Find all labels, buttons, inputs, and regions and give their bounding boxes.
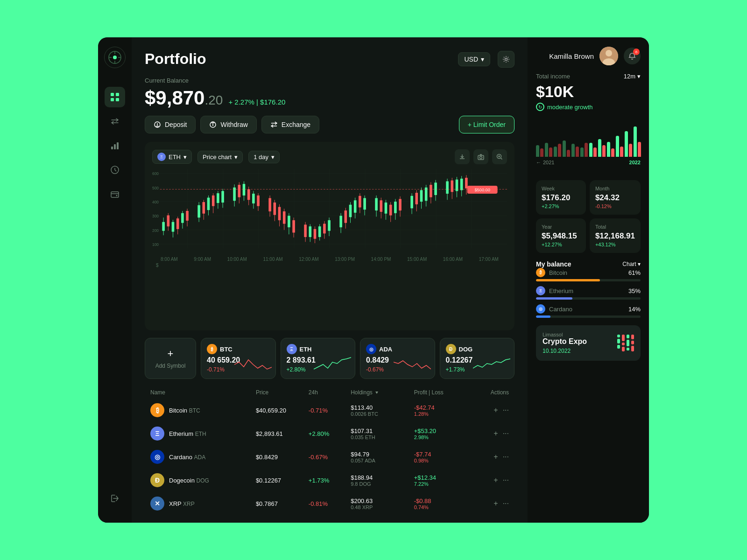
- withdraw-button[interactable]: Withdraw: [200, 116, 256, 133]
- sidebar-item-exchange[interactable]: [105, 111, 125, 132]
- add-eth-button[interactable]: +: [493, 429, 498, 438]
- symbol-card-ada[interactable]: ◎ ADA 0.8429 -0.67%: [360, 338, 435, 379]
- balance-item-eth: Ξ Etherium 35%: [536, 286, 641, 300]
- add-xrp-button[interactable]: +: [493, 499, 498, 508]
- more-dog-button[interactable]: ···: [503, 476, 509, 484]
- svg-rect-64: [217, 193, 219, 203]
- svg-rect-126: [399, 199, 402, 210]
- bar: [558, 144, 561, 157]
- zoom-button[interactable]: [492, 149, 507, 164]
- bar-group-7: [589, 143, 597, 157]
- dog-sparkline: [473, 355, 510, 374]
- bar: [598, 139, 601, 157]
- chart-type-selector[interactable]: Price chart ▾: [197, 151, 243, 163]
- period-selector[interactable]: 12m ▾: [624, 73, 641, 80]
- svg-rect-112: [359, 196, 361, 208]
- app-logo[interactable]: [104, 47, 126, 68]
- camera-button[interactable]: [473, 149, 488, 164]
- svg-rect-10: [111, 147, 113, 149]
- bar-group-9: [607, 142, 614, 157]
- add-ada-button[interactable]: +: [493, 453, 498, 461]
- bar-group-11: [625, 131, 632, 157]
- year-nav: ← 2021: [536, 160, 554, 165]
- income-label: Total income: [536, 73, 570, 80]
- chart-view-button[interactable]: Chart ▾: [622, 261, 641, 267]
- stat-card-week: Week $176.20 +2.27%: [536, 180, 586, 215]
- svg-marker-152: [375, 392, 378, 394]
- svg-rect-72: [243, 184, 246, 196]
- eth-sparkline: [314, 355, 351, 374]
- exchange-button[interactable]: Exchange: [261, 116, 319, 133]
- bar: [629, 144, 632, 157]
- svg-rect-74: [247, 189, 250, 200]
- bar: [563, 140, 566, 157]
- income-amount: $10K: [536, 83, 641, 101]
- balance-cents: .20: [204, 93, 223, 107]
- more-ada-button[interactable]: ···: [503, 453, 509, 461]
- svg-rect-90: [292, 220, 295, 233]
- more-btc-button[interactable]: ···: [503, 406, 509, 414]
- sidebar-item-logout[interactable]: [105, 488, 125, 509]
- add-symbol-button[interactable]: + Add Symbol: [145, 338, 196, 379]
- symbol-card-dog[interactable]: Ð DOG 0.12267 +1.73%: [440, 338, 515, 379]
- svg-rect-7: [116, 93, 119, 96]
- svg-rect-124: [394, 202, 397, 213]
- bar-group-12: [634, 126, 641, 157]
- svg-rect-122: [389, 205, 392, 216]
- svg-rect-138: [434, 182, 437, 195]
- ada-table-icon: ◎: [150, 450, 164, 464]
- svg-rect-92: [304, 224, 307, 237]
- bar: [585, 143, 588, 157]
- svg-rect-88: [288, 216, 290, 227]
- x-axis-labels: 8:00 AM 9:00 AM 10:00 AM 11:00 AM 12:00 …: [152, 255, 507, 262]
- eth-table-icon: Ξ: [150, 427, 164, 441]
- chart-period-selector[interactable]: 1 day ▾: [248, 151, 280, 163]
- currency-selector[interactable]: USD ▾: [458, 52, 490, 66]
- svg-point-1: [113, 56, 117, 59]
- currency-label: USD: [464, 56, 478, 63]
- bar-group-2: [545, 143, 552, 157]
- btc-balance-bar-bg: [536, 279, 641, 281]
- svg-point-16: [505, 58, 507, 60]
- download-chart-button[interactable]: [455, 149, 470, 164]
- sidebar-item-wallet[interactable]: [105, 184, 125, 204]
- svg-rect-60: [207, 198, 210, 210]
- sidebar-logout[interactable]: [105, 488, 125, 509]
- add-btc-button[interactable]: +: [493, 406, 498, 414]
- svg-rect-114: [363, 198, 366, 210]
- sidebar-item-charts[interactable]: [105, 135, 125, 156]
- bar-group-4: [563, 140, 570, 157]
- svg-text:200: 200: [152, 228, 159, 232]
- bar: [589, 143, 592, 157]
- bar: [638, 142, 641, 157]
- svg-rect-50: [176, 218, 179, 229]
- more-xrp-button[interactable]: ···: [503, 499, 509, 508]
- expo-date: 10.10.2022: [543, 348, 587, 354]
- svg-rect-80: [268, 198, 271, 211]
- expo-card[interactable]: Limassol Crypto Expo 10.10.2022: [536, 325, 641, 361]
- notifications-button[interactable]: 6: [624, 48, 641, 64]
- dog-table-icon: Ð: [150, 473, 164, 487]
- svg-rect-56: [197, 205, 200, 218]
- chart-section: Ξ ETH ▾ Price chart ▾ 1 day ▾: [145, 142, 514, 330]
- symbol-card-eth[interactable]: Ξ ETH 2 893.61 +2.80%: [281, 338, 356, 379]
- svg-rect-14: [111, 192, 119, 197]
- svg-rect-48: [172, 222, 175, 232]
- bar-group-6: [580, 143, 588, 157]
- sidebar-nav: [105, 87, 125, 488]
- add-dog-button[interactable]: +: [493, 476, 498, 484]
- bar-group-1: [536, 145, 543, 157]
- user-name: Kamilla Brown: [549, 52, 594, 60]
- symbol-card-btc[interactable]: ₿ BTC 40 659.20 -0.71%: [201, 338, 276, 379]
- limit-order-button[interactable]: + Limit Order: [459, 116, 514, 133]
- bar: [616, 136, 619, 157]
- deposit-button[interactable]: Deposit: [145, 116, 196, 133]
- main-content: Portfolio USD ▾ Current Balance $9: [132, 37, 528, 523]
- sidebar-item-portfolio[interactable]: [105, 160, 125, 180]
- sidebar-item-dashboard[interactable]: [105, 87, 125, 107]
- table-row-ada: ◎ Cardano ADA $0.8429 -0.67% $94.79 0.05…: [145, 445, 514, 469]
- more-eth-button[interactable]: ···: [503, 429, 509, 438]
- balance-label: Current Balance: [145, 77, 514, 84]
- coin-selector[interactable]: Ξ ETH ▾: [152, 150, 192, 164]
- settings-button[interactable]: [498, 51, 514, 68]
